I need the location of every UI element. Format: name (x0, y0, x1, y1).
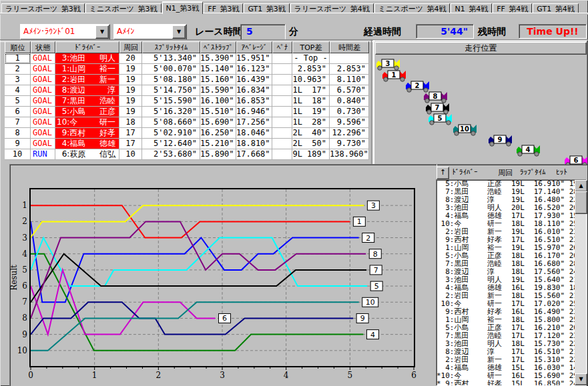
lap-cell: 2:岩田 (436, 228, 487, 236)
table-cell: 5'13.340" (142, 53, 200, 64)
table-cell (272, 75, 292, 85)
table-cell: GOAL (31, 75, 55, 85)
svg-text:3: 3 (386, 60, 390, 67)
svg-text:6: 6 (574, 157, 579, 164)
elapsed-time-value: 5'44" (416, 24, 474, 39)
table-cell: 15.160" (200, 75, 236, 85)
table-cell: 5'14.750" (142, 85, 200, 96)
round-combobox[interactable]: Aﾒｲﾝ･ﾗｳﾝﾄﾞ01 ▼ (20, 24, 110, 40)
lap-list: 5:小島正彦19L16.910"19 7:黒田浩睦19L17.140"28 8:… (436, 179, 587, 386)
scroll-down-icon[interactable]: ▼ (575, 373, 587, 385)
x-tick-label: 3 (220, 371, 225, 380)
table-cell (272, 107, 292, 117)
table-cell: 2'53.680" (142, 149, 200, 160)
svg-text:8: 8 (433, 93, 438, 100)
scrollbar[interactable]: ▲ ▼ (575, 180, 586, 385)
table-row[interactable]: 5GOAL 7:黒田浩睦195'15.590"16.100"16.853"1L … (5, 96, 370, 107)
table-cell: 1 (5, 53, 31, 64)
svg-text:1: 1 (357, 217, 362, 226)
table-cell: 16.123" (236, 64, 272, 75)
lap-cell: 1:山岡 (436, 244, 487, 252)
svg-text:6: 6 (222, 314, 227, 323)
table-cell: 2.853" (330, 64, 369, 75)
sort-ascending-button[interactable]: ↑ (436, 167, 449, 179)
column-header[interactable]: TOP差 (292, 41, 330, 53)
y-tick-label: 8 (22, 313, 27, 323)
y-tick-label: 6 (22, 281, 27, 291)
y-tick-label: 10 (17, 346, 27, 355)
y-tick-label: 1 (22, 201, 27, 210)
table-cell (272, 85, 292, 96)
table-cell: 9.596" (330, 117, 369, 128)
x-tick-label: 5 (348, 371, 353, 380)
table-cell: 15.890" (200, 149, 236, 160)
table-cell: 8.110" (330, 75, 369, 85)
remaining-time-value: Time Up!! (519, 24, 587, 39)
chevron-down-icon[interactable]: ▼ (172, 25, 186, 39)
table-cell: 16.439" (236, 75, 272, 85)
chevron-down-icon[interactable]: ▼ (95, 25, 109, 39)
svg-text:5: 5 (374, 282, 379, 291)
svg-text:10: 10 (366, 298, 375, 307)
table-cell: 5'12.640" (142, 139, 200, 149)
table-cell: 2L 50" (292, 139, 330, 149)
column-header[interactable]: 時間差 (330, 41, 369, 53)
column-header[interactable]: ﾄﾞﾗｲﾊﾞｰ (55, 41, 119, 53)
table-cell (272, 96, 292, 107)
y-tick-label: 2 (22, 217, 27, 226)
column-header[interactable]: ﾍﾞｽﾄﾗｯﾌﾟ (200, 41, 236, 53)
table-row[interactable]: 1GOAL 3:池田明人205'13.340"15.390"15.951"- T… (5, 53, 370, 64)
table-cell: 2L 40" (292, 128, 330, 139)
lap-cell: 3:池田 (436, 276, 487, 284)
table-cell: 15.140" (200, 64, 236, 75)
tab-bar: ラリースポーツ_第3戦ミニスポーツ_第3戦N1_第3戦FF_第3戦GT1_第3戦… (1, 1, 587, 13)
table-row[interactable]: 4GOAL 8:渡辺淳195'14.750"15.590"16.834"1L 1… (5, 85, 370, 96)
lap-cell: 8:渡辺 (436, 268, 487, 276)
column-header[interactable]: 順位 (5, 41, 31, 53)
round-combobox-value: Aﾒｲﾝ･ﾗｳﾝﾄﾞ01 (23, 27, 95, 36)
group-combobox[interactable]: Aﾒｲﾝ ▼ (113, 24, 187, 40)
scroll-up-icon[interactable]: ▲ (575, 180, 587, 192)
table-row[interactable]: 7GOAL10:今研一185'08.660"15.690"17.256"1L 2… (5, 117, 370, 128)
lap-list-row[interactable]: * 9:西村好孝15L16.850"24 (436, 380, 586, 386)
running-position-title: 走行位置 (375, 42, 587, 55)
table-cell: 10.963" (292, 75, 330, 85)
table-cell: 16.853" (236, 96, 272, 107)
table-row[interactable]: 10RUN 6:萩原信弘102'53.680"15.890"17.668"9L … (5, 149, 370, 160)
table-row[interactable]: 2GOAL 1:山岡裕一195'00.070"15.140"16.123"2.8… (5, 64, 370, 75)
elapsed-time-label: 経過時間 (364, 26, 401, 38)
lap-cell: 10:今 (436, 300, 487, 308)
lap-cell: 8:渡辺 (436, 348, 487, 356)
table-cell: 19 (119, 64, 142, 75)
driver-cell: 7:黒田浩睦 (55, 96, 119, 107)
table-cell: 1L 19" (292, 107, 330, 117)
lap-cell: 15L (511, 380, 529, 386)
table-row[interactable]: 6GOAL 5:小島正彦195'16.320"15.510"16.946"1L … (5, 107, 370, 117)
table-cell: 15.390" (200, 53, 236, 64)
scrollbar-thumb[interactable] (575, 191, 587, 214)
driver-cell: 3:池田明人 (55, 53, 119, 64)
table-cell: 16.834" (236, 85, 272, 96)
car-icon-10: 10 (453, 123, 477, 136)
column-header[interactable]: ｽﾌﾟﾘｯﾄﾀｲﾑ (142, 41, 200, 53)
table-cell: GOAL (31, 128, 55, 139)
lap-cell: 8:渡辺 (436, 196, 487, 204)
column-header[interactable]: 状態 (31, 41, 55, 53)
app-window: ラリースポーツ_第3戦ミニスポーツ_第3戦N1_第3戦FF_第3戦GT1_第3戦… (0, 0, 588, 386)
table-cell: 19 (119, 96, 142, 107)
table-row[interactable]: 3GOAL 2:岩田新一195'08.180"15.160"16.439"10.… (5, 75, 370, 85)
column-header[interactable]: ｱﾍﾞﾚｰｼﾞ (236, 41, 272, 53)
lap-cell: 2:岩田 (436, 292, 487, 300)
x-tick-label: 4 (284, 371, 289, 380)
table-cell: 18.046" (236, 128, 272, 139)
table-cell: - Top - (292, 53, 330, 64)
table-cell: 0.730" (330, 107, 369, 117)
tab-N1_第3戦[interactable]: N1_第3戦 (162, 1, 204, 14)
lap-list-header: ↑ ﾄﾞﾗｲﾊﾞｰ 周回 ﾗｯﾌﾟﾀｲﾑ ﾋｯﾄ (436, 167, 587, 179)
table-cell: 9 (5, 139, 31, 149)
table-row[interactable]: 8GOAL 9:西村好孝175'02.910"16.250"18.046"2L … (5, 128, 370, 139)
table-row[interactable]: 9GOAL 4:福島徳雄175'12.640"15.210"18.810"2L … (5, 139, 370, 149)
column-header[interactable]: ﾍﾟﾅ (272, 41, 292, 53)
column-header[interactable]: 周回 (119, 41, 142, 53)
svg-text:8: 8 (373, 250, 378, 259)
